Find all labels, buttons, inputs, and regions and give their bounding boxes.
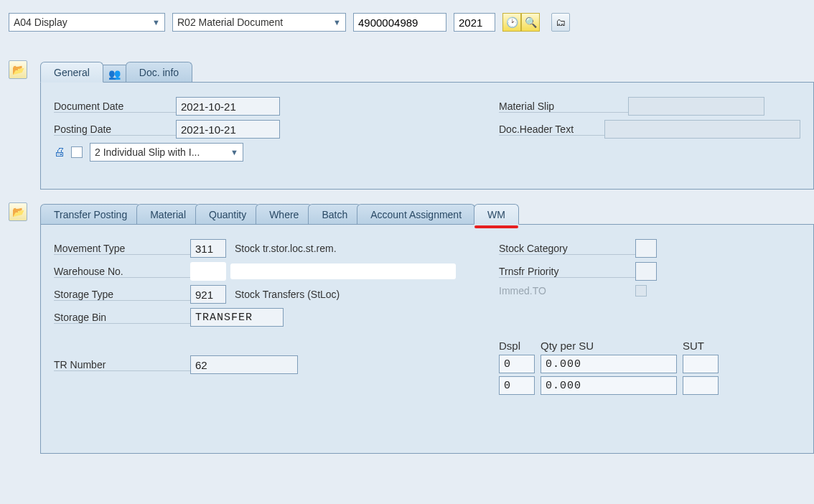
immed-to-checkbox: [635, 285, 647, 297]
chevron-down-icon: ▼: [152, 18, 160, 27]
movement-type-desc: Stock tr.stor.loc.st.rem.: [235, 243, 337, 254]
highlight-marker: [474, 225, 518, 228]
stock-category-label: Stock Category: [499, 243, 635, 255]
tab-batch-label: Batch: [322, 209, 347, 220]
tab-where-label: Where: [269, 209, 299, 220]
qty-per-su-header: Qty per SU: [541, 340, 677, 352]
transfer-priority-label: Trnsfr Priority: [499, 266, 635, 278]
tab-quantity[interactable]: Quantity: [195, 204, 260, 224]
collapse-header-button[interactable]: 📂: [9, 60, 27, 79]
warehouse-no-field[interactable]: [190, 262, 226, 281]
tr-number-field[interactable]: 62: [190, 355, 298, 374]
storage-type-label: Storage Type: [54, 289, 190, 301]
document-date-field[interactable]: 2021-10-21: [176, 97, 280, 116]
storage-type-field[interactable]: 921: [190, 285, 226, 304]
doc-type-dropdown-label: R02 Material Document: [177, 17, 283, 28]
movement-type-field[interactable]: 311: [190, 239, 226, 258]
tab-doc-info-label: Doc. info: [139, 67, 179, 78]
material-slip-field: [628, 97, 764, 116]
tab-wm[interactable]: WM: [474, 204, 519, 225]
tab-quantity-label: Quantity: [209, 209, 246, 220]
collapse-item-button[interactable]: 📂: [9, 202, 27, 221]
posting-date-field[interactable]: 2021-10-21: [176, 120, 280, 139]
doc-number-input[interactable]: [353, 13, 446, 32]
people-icon: 👥: [108, 68, 121, 80]
qty-per-su-field[interactable]: 0.000: [541, 355, 677, 373]
tab-material-label: Material: [150, 209, 186, 220]
tab-wm-label: WM: [487, 209, 505, 220]
slip-dropdown-label: 2 Individual Slip with I...: [95, 146, 200, 158]
document-date-label: Document Date: [54, 101, 176, 113]
chevron-down-icon: ▼: [333, 18, 341, 27]
tr-number-label: TR Number: [54, 359, 190, 371]
tab-doc-info[interactable]: Doc. info: [126, 62, 192, 82]
sut-field[interactable]: [683, 355, 719, 373]
tab-batch[interactable]: Batch: [308, 204, 361, 224]
execute-icon[interactable]: 🕑: [502, 13, 521, 32]
tab-general[interactable]: General: [40, 62, 103, 83]
su-row: 0 0.000: [499, 355, 800, 373]
chevron-down-icon: ▼: [230, 148, 238, 157]
sut-field[interactable]: [683, 376, 719, 395]
storage-bin-field[interactable]: TRANSFER: [190, 308, 284, 327]
slip-dropdown[interactable]: 2 Individual Slip with I... ▼: [90, 143, 243, 162]
print-checkbox[interactable]: [71, 146, 83, 158]
action-dropdown[interactable]: A04 Display ▼: [9, 13, 165, 32]
dspl-field[interactable]: 0: [499, 376, 535, 395]
find-icon[interactable]: 🔍: [521, 13, 540, 32]
warehouse-no-desc: [230, 263, 456, 279]
storage-bin-label: Storage Bin: [54, 312, 190, 324]
su-row: 0 0.000: [499, 376, 800, 395]
qty-per-su-field[interactable]: 0.000: [541, 376, 677, 395]
storage-type-desc: Stock Transfers (StLoc): [235, 289, 340, 300]
dspl-header: Dspl: [499, 340, 535, 352]
year-input[interactable]: [454, 13, 495, 32]
stock-category-field[interactable]: [635, 239, 657, 258]
doc-type-dropdown[interactable]: R02 Material Document ▼: [172, 13, 346, 32]
warehouse-no-label: Warehouse No.: [54, 266, 190, 278]
tab-where[interactable]: Where: [256, 204, 312, 224]
posting-date-label: Posting Date: [54, 123, 176, 136]
tab-account-assignment[interactable]: Account Assignment: [357, 204, 475, 224]
print-icon[interactable]: 🖨: [54, 146, 65, 159]
doc-header-text-label: Doc.Header Text: [499, 123, 604, 136]
dspl-field[interactable]: 0: [499, 355, 535, 373]
doc-header-text-field: [604, 120, 800, 139]
immed-to-label: Immed.TO: [499, 285, 635, 297]
sut-header: SUT: [683, 340, 719, 352]
tab-transfer-posting-label: Transfer Posting: [54, 209, 127, 220]
overview-icon[interactable]: 🗂: [551, 13, 570, 32]
tab-material[interactable]: Material: [136, 204, 200, 224]
tab-general-label: General: [54, 67, 90, 78]
movement-type-label: Movement Type: [54, 243, 190, 255]
tab-account-assignment-label: Account Assignment: [370, 209, 462, 220]
action-dropdown-label: A04 Display: [14, 17, 67, 28]
transfer-priority-field[interactable]: [635, 262, 657, 281]
material-slip-label: Material Slip: [499, 101, 628, 113]
tab-transfer-posting[interactable]: Transfer Posting: [40, 204, 141, 224]
